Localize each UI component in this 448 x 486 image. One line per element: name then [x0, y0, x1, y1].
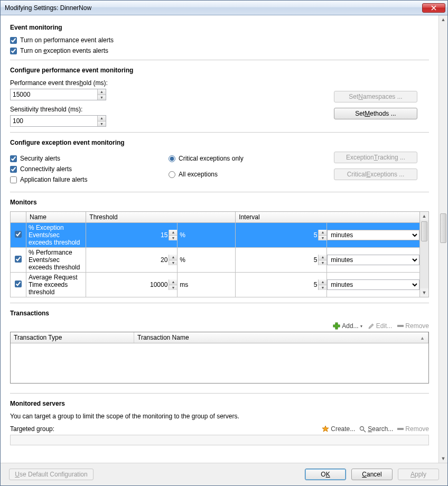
critical-only-input[interactable]: [169, 155, 175, 162]
remove-transaction-button[interactable]: Remove: [397, 322, 429, 330]
app-failure-checkbox[interactable]: Application failure alerts: [10, 176, 147, 183]
row-name: % Exception Events/sec exceeds threshold: [26, 223, 86, 248]
cancel-button[interactable]: Cancel: [351, 469, 393, 480]
sensitivity-spinner[interactable]: ▲▼: [10, 115, 106, 127]
perf-heading: Configure performance event monitoring: [10, 67, 429, 74]
exception-tracking-button[interactable]: Exception Tracking ...: [334, 152, 417, 163]
spinner-down[interactable]: ▼: [98, 95, 106, 100]
threshold-input[interactable]: [86, 255, 169, 265]
row-name: % Performance Events/sec exceeds thresho…: [26, 248, 86, 273]
security-alerts-checkbox[interactable]: Security alerts: [10, 155, 147, 162]
edit-transaction-button[interactable]: Edit...: [368, 322, 393, 330]
sensitivity-label: Sensitivity threshold (ms):: [10, 106, 323, 113]
close-icon: [431, 5, 436, 11]
perf-threshold-spinner[interactable]: ▲▼: [10, 89, 106, 100]
col-transaction-name[interactable]: Transaction Name▲: [134, 332, 428, 343]
scroll-up[interactable]: ▲: [420, 212, 428, 220]
row-interval[interactable]: ▲▼: [236, 223, 327, 248]
row-interval-unit[interactable]: minutes: [327, 248, 420, 273]
svg-line-3: [363, 430, 366, 432]
spinner-up[interactable]: ▲: [319, 255, 326, 260]
spinner-up[interactable]: ▲: [98, 116, 106, 121]
close-button[interactable]: [422, 3, 445, 13]
threshold-input[interactable]: [86, 230, 169, 240]
sensitivity-input[interactable]: [11, 116, 97, 126]
row-interval[interactable]: ▲▼: [236, 273, 327, 297]
search-icon: [359, 426, 366, 433]
scroll-thumb[interactable]: [440, 213, 446, 243]
spinner-up[interactable]: ▲: [169, 255, 177, 260]
search-group-button[interactable]: Search...: [359, 425, 393, 433]
table-row[interactable]: % Exception Events/sec exceeds threshold…: [11, 223, 420, 248]
apply-button[interactable]: Apply: [398, 469, 439, 480]
spinner-up[interactable]: ▲: [98, 89, 106, 95]
interval-input[interactable]: [236, 230, 318, 240]
row-interval[interactable]: ▲▼: [236, 248, 327, 273]
scroll-up[interactable]: ▲: [440, 15, 447, 24]
create-group-button[interactable]: Create...: [322, 425, 355, 433]
row-checkbox[interactable]: [15, 281, 22, 287]
use-default-button[interactable]: Use Default Configuration: [9, 469, 94, 480]
spinner-down[interactable]: ▼: [319, 285, 326, 291]
spinner-up[interactable]: ▲: [169, 279, 177, 285]
row-interval-unit[interactable]: minutes: [327, 273, 420, 297]
security-alerts-input[interactable]: [10, 155, 17, 162]
perf-alerts-checkbox[interactable]: Turn on performance event alerts: [10, 36, 429, 44]
connectivity-alerts-input[interactable]: [10, 166, 17, 173]
add-transaction-button[interactable]: Add... ▾: [333, 322, 362, 330]
interval-unit-select[interactable]: minutes: [327, 255, 419, 265]
all-exceptions-radio[interactable]: All exceptions: [169, 171, 285, 178]
table-row[interactable]: % Performance Events/sec exceeds thresho…: [11, 248, 420, 273]
scroll-thumb[interactable]: [421, 221, 427, 241]
interval-unit-select[interactable]: minutes: [327, 279, 419, 290]
set-methods-button[interactable]: Set Methods ...: [334, 108, 417, 119]
row-threshold[interactable]: ▲▼: [86, 273, 178, 297]
spinner-buttons[interactable]: ▲▼: [97, 116, 106, 126]
col-transaction-type[interactable]: Transaction Type: [11, 332, 134, 343]
monitors-heading: Monitors: [10, 199, 429, 206]
spinner-down[interactable]: ▼: [319, 236, 326, 241]
perf-alerts-input[interactable]: [10, 37, 17, 44]
col-interval[interactable]: Interval: [236, 212, 420, 223]
scroll-down[interactable]: ▼: [420, 288, 428, 297]
spinner-buttons[interactable]: ▲▼: [97, 89, 106, 100]
critical-only-radio[interactable]: Critical exceptions only: [169, 155, 285, 162]
threshold-input[interactable]: [86, 279, 169, 290]
row-interval-unit[interactable]: minutes: [327, 223, 420, 248]
row-checkbox[interactable]: [15, 256, 22, 263]
transactions-table: Transaction Type Transaction Name▲: [10, 332, 429, 384]
body: Event monitoring Turn on performance eve…: [1, 15, 447, 463]
targeted-group-input[interactable]: [10, 435, 429, 445]
main-scrollbar[interactable]: ▲ ▼: [438, 15, 447, 463]
app-failure-input[interactable]: [10, 176, 17, 183]
set-namespaces-button[interactable]: Set Namespaces ...: [334, 91, 417, 102]
spinner-down[interactable]: ▼: [169, 236, 177, 241]
exc-alerts-checkbox[interactable]: Turn on exception events alerts: [10, 47, 429, 54]
spinner-down[interactable]: ▼: [319, 260, 326, 266]
perf-threshold-input[interactable]: [11, 89, 97, 100]
interval-unit-select[interactable]: minutes: [327, 230, 419, 240]
remove-group-button[interactable]: Remove: [397, 425, 429, 433]
row-threshold[interactable]: ▲▼: [86, 223, 178, 248]
monitors-scrollbar[interactable]: ▲ ▼: [420, 211, 429, 297]
interval-input[interactable]: [236, 279, 318, 290]
spinner-up[interactable]: ▲: [169, 230, 177, 236]
all-exceptions-input[interactable]: [169, 171, 175, 178]
connectivity-alerts-checkbox[interactable]: Connectivity alerts: [10, 165, 147, 173]
spinner-down[interactable]: ▼: [169, 260, 177, 266]
critical-exceptions-button[interactable]: Critical Exceptions ...: [334, 169, 417, 180]
ok-button[interactable]: OK: [305, 469, 346, 480]
spinner-up[interactable]: ▲: [319, 230, 326, 236]
row-checkbox[interactable]: [15, 231, 22, 238]
row-threshold[interactable]: ▲▼: [86, 248, 178, 273]
col-threshold[interactable]: Threshold: [86, 212, 236, 223]
table-row[interactable]: Average Request Time exceeds threshold▲▼…: [11, 273, 420, 297]
spinner-down[interactable]: ▼: [98, 121, 106, 127]
exc-alerts-input[interactable]: [10, 48, 17, 54]
scroll-down[interactable]: ▼: [440, 454, 447, 463]
spinner-down[interactable]: ▼: [169, 285, 177, 291]
col-name[interactable]: Name: [26, 212, 86, 223]
interval-input[interactable]: [236, 255, 318, 265]
transactions-heading: Transactions: [10, 310, 429, 317]
spinner-up[interactable]: ▲: [319, 279, 326, 285]
